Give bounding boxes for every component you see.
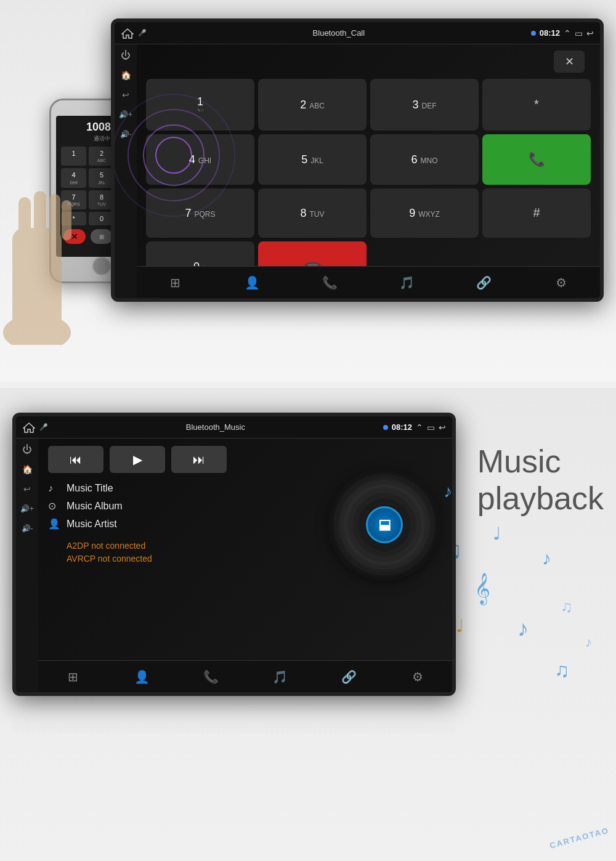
back-icon-top[interactable]: ↩ — [586, 28, 594, 38]
expand-icon-top[interactable]: ⌃ — [564, 28, 571, 38]
vinyl-record: ⬓ ♪ ♩ — [329, 469, 440, 580]
watermark-text: CARTAOTAO — [549, 825, 610, 850]
music-playback-line1: Music — [477, 443, 604, 480]
status-bar-right-bottom: 08:12 ⌃ ▭ ↩ — [383, 422, 446, 432]
status-bar-top: 🎤 Bluetooth_Call 08:12 ⌃ ▭ ↩ — [115, 22, 600, 44]
status-bar-center-bottom: Bluetooth_Music — [48, 422, 383, 432]
sidebar-vol-up-icon[interactable]: 🔊+ — [117, 107, 134, 122]
music-note-icon: ♪ — [48, 483, 60, 494]
car-unit-top: 🎤 Bluetooth_Call 08:12 ⌃ ▭ ↩ ⏻ 🏠 ↩ 🔊+ — [111, 18, 604, 302]
status-bar-center-top: Bluetooth_Call — [147, 28, 531, 38]
prev-track-button[interactable]: ⏮ — [48, 446, 103, 473]
nav-music-icon-b[interactable]: 🎵 — [267, 665, 292, 689]
note-7: ♪ — [517, 616, 529, 642]
note-8: ♩ — [456, 616, 464, 636]
bluetooth-symbol: ⬓ — [378, 517, 391, 533]
album-icon: ⊙ — [48, 500, 60, 512]
sidebar-power-icon[interactable]: ⏻ — [117, 48, 134, 63]
back-icon-bottom[interactable]: ↩ — [439, 422, 446, 432]
window-icon-top[interactable]: ▭ — [575, 28, 583, 38]
home-icon[interactable] — [121, 26, 134, 40]
top-section: 10086 通话中 1 2ABC 3DEF 4GHI 5JKL 6MNO 7PQ… — [0, 0, 616, 382]
key-1[interactable]: 1 ∿○ — [146, 79, 254, 131]
status-bar-left-top: 🎤 — [121, 26, 147, 40]
mic-icon[interactable]: 🎤 — [138, 29, 147, 37]
key-4[interactable]: 4 GHI — [146, 134, 254, 185]
car-screen-inner-bottom: 🎤 Bluetooth_Music 08:12 ⌃ ▭ ↩ ⏻ 🏠 ↩ 🔊 — [16, 416, 452, 692]
hand-svg — [0, 135, 123, 345]
display-row: ✕ — [146, 51, 591, 73]
nav-phone-icon-b[interactable]: 📞 — [198, 665, 223, 689]
keypad-grid: 1 ∿○ 2 ABC 3 DEF * — [146, 79, 591, 292]
nav-contact-icon-b[interactable]: 👤 — [129, 665, 154, 689]
key-5[interactable]: 5 JKL — [258, 134, 367, 185]
track-album-label: Music Album — [67, 501, 123, 512]
track-title-label: Music Title — [67, 483, 113, 494]
music-playback-label: Music playback — [477, 443, 604, 517]
nav-grid-icon[interactable]: ⊞ — [163, 270, 188, 295]
track-artist-label: Music Artist — [67, 519, 117, 530]
svg-rect-3 — [34, 191, 46, 240]
mic-icon-bottom[interactable]: 🎤 — [39, 423, 48, 431]
note-10: ♫ — [554, 659, 569, 682]
bottom-nav-top: ⊞ 👤 📞 🎵 🔗 ⚙ — [137, 266, 600, 298]
car-unit-bottom: 🎤 Bluetooth_Music 08:12 ⌃ ▭ ↩ ⏻ 🏠 ↩ 🔊 — [12, 413, 456, 696]
note-treble: 𝄞 — [474, 573, 490, 604]
note-3: ♩ — [493, 523, 501, 544]
key-6[interactable]: 6 MNO — [370, 134, 479, 185]
bluetooth-indicator-bottom — [383, 425, 388, 430]
vinyl-note-1: ♪ — [444, 482, 452, 501]
sidebar-home-icon-b[interactable]: 🏠 — [18, 462, 36, 477]
note-5: ♪ — [542, 548, 551, 569]
key-star[interactable]: * — [482, 79, 591, 131]
svg-rect-2 — [18, 197, 31, 246]
clock-top: 08:12 — [540, 28, 560, 38]
play-pause-button[interactable]: ▶ — [110, 446, 165, 473]
status-bar-bottom: 🎤 Bluetooth_Music 08:12 ⌃ ▭ ↩ — [16, 416, 452, 439]
nav-music-icon[interactable]: 🎵 — [395, 270, 419, 295]
note-9: ♪ — [585, 634, 592, 650]
key-9[interactable]: 9 WXYZ — [370, 188, 479, 238]
nav-grid-icon-b[interactable]: ⊞ — [60, 665, 85, 689]
left-sidebar-top: ⏻ 🏠 ↩ 🔊+ 🔊- — [115, 44, 137, 298]
backspace-button[interactable]: ✕ — [554, 51, 585, 73]
svg-rect-5 — [62, 200, 71, 240]
next-track-button[interactable]: ⏭ — [171, 446, 227, 473]
sidebar-vol-down-icon[interactable]: 🔊- — [117, 127, 134, 142]
key-hash[interactable]: # — [482, 188, 591, 238]
clock-bottom: 08:12 — [392, 422, 412, 432]
sidebar-back-icon-b[interactable]: ↩ — [18, 482, 36, 496]
sidebar-vol-down-icon-b[interactable]: 🔊- — [18, 521, 36, 536]
sidebar-back-icon[interactable]: ↩ — [117, 87, 134, 102]
bottom-nav-bottom: ⊞ 👤 📞 🎵 🔗 ⚙ — [38, 660, 452, 692]
home-icon-bottom[interactable] — [22, 421, 36, 434]
key-8[interactable]: 8 TUV — [258, 188, 367, 238]
main-content-top: ✕ 1 ∿○ 2 ABC 3 DEF — [137, 44, 600, 298]
nav-settings-icon[interactable]: ⚙ — [549, 270, 573, 295]
note-6: ♫ — [561, 597, 573, 616]
left-sidebar-bottom: ⏻ 🏠 ↩ 🔊+ 🔊- — [16, 439, 38, 692]
status-bar-right-top: 08:12 ⌃ ▭ ↩ — [531, 28, 594, 38]
svg-marker-7 — [23, 423, 34, 432]
key-7[interactable]: 7 PQRS — [146, 188, 254, 238]
window-icon-bottom[interactable]: ▭ — [427, 422, 435, 432]
expand-icon-bottom[interactable]: ⌃ — [416, 422, 423, 432]
nav-contact-icon[interactable]: 👤 — [240, 270, 265, 295]
key-3[interactable]: 3 DEF — [370, 79, 479, 131]
key-2[interactable]: 2 ABC — [258, 79, 367, 131]
music-main-content: ⬓ ♪ ♩ ⏮ ▶ ⏭ ♪ Musi — [38, 439, 452, 660]
screen-title-bottom: Bluetooth_Music — [186, 422, 245, 432]
artist-icon: 👤 — [48, 518, 60, 530]
nav-link-icon[interactable]: 🔗 — [472, 270, 496, 295]
nav-link-icon-b[interactable]: 🔗 — [336, 665, 361, 689]
sidebar-vol-up-icon-b[interactable]: 🔊+ — [18, 501, 36, 516]
sidebar-home-icon[interactable]: 🏠 — [117, 68, 134, 83]
nav-phone-icon[interactable]: 📞 — [317, 270, 342, 295]
bluetooth-indicator-top — [531, 31, 536, 36]
music-playback-line2: playback — [477, 480, 604, 517]
sidebar-power-icon-b[interactable]: ⏻ — [18, 442, 36, 457]
call-button[interactable]: 📞 — [482, 134, 591, 185]
vinyl-outer: ⬓ ♪ ♩ — [329, 469, 440, 580]
status-bar-left-bottom: 🎤 — [22, 421, 48, 434]
nav-settings-icon-b[interactable]: ⚙ — [405, 665, 430, 689]
